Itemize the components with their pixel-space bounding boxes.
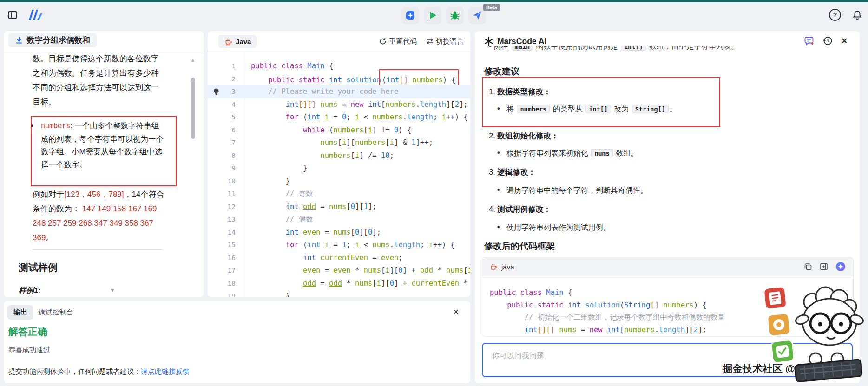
reset-code-button[interactable]: 重置代码: [379, 37, 417, 46]
suggestion-bullet-4: •使用字符串列表作为测试用例。: [506, 223, 611, 233]
reset-code-label: 重置代码: [389, 37, 417, 46]
insert-code-icon[interactable]: [820, 262, 828, 271]
tab-java[interactable]: Java: [218, 35, 257, 48]
code-line: public class Main {: [490, 287, 846, 299]
ai-panel-close-icon[interactable]: ✕: [839, 35, 850, 46]
example-array: [123，456，789]: [64, 190, 124, 199]
suggestion-item-3: 3. 逻辑修改：: [489, 167, 536, 177]
code-line: 4 int[][] nums = new int[numbers.length]…: [208, 98, 470, 111]
switch-language-label: 切换语言: [436, 37, 464, 46]
tab-java-label: Java: [236, 38, 251, 46]
code-line: 7 nums[i][numbers[i] & 1]++;: [208, 137, 470, 150]
code-line: 6 while (numbers[i] != 0) {: [208, 124, 470, 137]
ai-panel-title: MarsCode AI: [497, 37, 546, 46]
play-icon: [427, 10, 438, 20]
code-line: 11 // 奇数: [208, 188, 470, 201]
line-number: 13: [208, 213, 236, 226]
line-number: 12: [208, 201, 236, 214]
app-window: Beta ? 数字分组求偶数和 数。目标是使得这个新数的各位数字之和为偶数。任务…: [0, 0, 868, 386]
suggestion-item-4: 4. 测试用例修改：: [489, 204, 551, 215]
beta-badge: Beta: [483, 4, 500, 11]
example-suffix: 。: [46, 233, 53, 242]
tab-output[interactable]: 输出: [7, 305, 33, 320]
problem-header: 数字分组求偶数和: [4, 31, 204, 52]
section-divider: [33, 249, 162, 250]
refresh-icon: [379, 38, 387, 45]
bullet-dot: •: [31, 119, 33, 132]
result-status: 解答正确: [8, 325, 47, 338]
notifications-bell-icon[interactable]: [851, 9, 863, 21]
sample-1-label: 样例1:: [19, 286, 41, 296]
marscode-logo[interactable]: [27, 8, 44, 22]
code-area[interactable]: 1public class Main {2 public static int …: [208, 52, 470, 297]
tab-debug-console[interactable]: 调试控制台: [39, 308, 73, 317]
help-icon[interactable]: ?: [829, 9, 841, 21]
line-number: 17: [208, 264, 236, 277]
line-number: 19: [208, 290, 236, 297]
run-button[interactable]: [424, 7, 441, 24]
code-line: 3 // Please write your code here: [208, 85, 470, 98]
watermark-text: 掘金技术社区 @ 抱糖果多: [723, 362, 838, 375]
suggestion-bullet-3: •遍历字符串中的每个字符，判断其奇偶性。: [506, 186, 648, 196]
line-number: 2: [208, 73, 236, 86]
console-panel: 输出 调试控制台 ✕ 解答正确 恭喜成功通过 提交功能内测体验中，任何问题或者建…: [4, 301, 470, 383]
add-testcase-button[interactable]: [401, 7, 419, 24]
code-line: // 初始化一个二维数组，记录每个数字组中奇数和偶数的数量: [490, 311, 846, 324]
ai-chat-input[interactable]: [491, 351, 825, 360]
suggestion-item-2: 2. 数组初始化修改：: [489, 131, 559, 141]
problem-scrollbar[interactable]: [191, 78, 195, 139]
code-line: 2 public static int solution(int[] numbe…: [208, 73, 470, 86]
java-cup-icon: [224, 38, 232, 46]
download-arrow-icon[interactable]: [15, 36, 23, 45]
line-number: 8: [208, 150, 236, 163]
sidebar-toggle-icon[interactable]: [7, 9, 18, 20]
scrollbar-up-arrow-icon[interactable]: ▲: [190, 57, 196, 63]
problem-title-pill: 数字分组求偶数和: [8, 33, 97, 47]
param-bullet-item: •numbers: 一个由多个整数字符串组成的列表，每个字符串可以视为一个数字组…: [41, 119, 166, 171]
bug-icon: [450, 10, 460, 20]
param-name-code: numbers: [41, 122, 70, 130]
marscode-sparkle-icon: [484, 37, 493, 46]
problem-description-panel: 数字分组求偶数和 数。目标是使得这个新数的各位数字之和为偶数。任务是计算出有多少…: [4, 31, 204, 297]
suggestion-item-1: 1. 数据类型修改：: [489, 87, 551, 97]
code-line: 9 }: [208, 162, 470, 175]
swap-arrows-icon: [426, 38, 434, 45]
top-toolbar: Beta ?: [0, 2, 868, 27]
copy-icon[interactable]: [804, 262, 812, 271]
line-number: 6: [208, 124, 236, 137]
annotation-red-box-suggestion: [482, 77, 720, 127]
feedback-prefix: 提交功能内测体验中，任何问题或者建议：: [8, 367, 141, 375]
line-number: 18: [208, 277, 236, 290]
line-number: 11: [208, 188, 236, 201]
new-chat-icon[interactable]: [804, 35, 815, 46]
example-prefix: 例如对于: [33, 190, 64, 199]
suggestion-bullet-1: •将 numbers 的类型从 int[] 改为 String[]。: [506, 105, 677, 114]
history-icon[interactable]: [822, 35, 833, 46]
problem-paragraph: 数。目标是使得这个新数的各位数字之和为偶数。任务是计算出有多少种不同的分组和选择…: [33, 52, 166, 109]
suggestion-bullet-2: •根据字符串列表来初始化 nums 数组。: [506, 149, 638, 158]
code-line: public static int solution(String[] numb…: [490, 299, 846, 312]
line-number: 10: [208, 175, 236, 188]
line-number: 4: [208, 98, 236, 111]
switch-language-button[interactable]: 切换语言: [426, 37, 464, 46]
marscode-ai-panel: MarsCode AI ✕ • 例在 main 函数中使用的测试用例是 int[…: [475, 31, 860, 383]
code-editor-panel: Java 重置代码 切换语言 1public class Main {2 pub…: [208, 31, 470, 297]
example-paragraph: 例如对于[123，456，789]，14个符合条件的数为： 147 149 15…: [33, 187, 168, 245]
feedback-link[interactable]: 请点此链接反馈: [141, 367, 190, 375]
scroll-down-hint-icon[interactable]: ▼: [110, 287, 115, 294]
clipped-previous-line: • 例在 main 函数中使用的测试用例是 int[] 数组，而不是字符串列表。: [489, 46, 851, 54]
console-close-icon[interactable]: ✕: [453, 307, 459, 316]
code-line: 13 // 偶数: [208, 213, 470, 226]
ai-apply-sparkle-icon[interactable]: [835, 262, 846, 272]
code-line: 19 }: [208, 290, 470, 297]
line-number: 14: [208, 226, 236, 239]
code-line: 10 }: [208, 175, 470, 188]
paper-plane-icon: [472, 10, 483, 21]
code-line: int[][] nums = new int[numbers.length][2…: [490, 324, 846, 336]
debug-button[interactable]: [446, 7, 464, 24]
feedback-line: 提交功能内测体验中，任何问题或者建议：请点此链接反馈: [8, 367, 190, 376]
result-subtext: 恭喜成功通过: [8, 346, 50, 354]
ai-code-lang-label: java: [501, 263, 514, 271]
code-line: 16 int currentEven = even;: [208, 252, 470, 265]
ai-code-block-header: java: [482, 257, 853, 276]
